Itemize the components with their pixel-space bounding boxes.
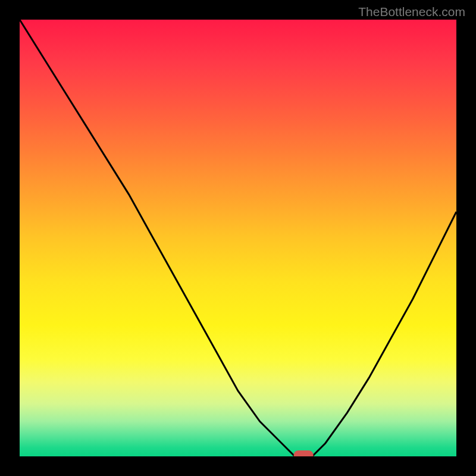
optimal-marker	[294, 450, 314, 456]
chart-plot-area	[20, 20, 456, 456]
bottleneck-curve-line	[20, 20, 456, 456]
watermark-text: TheBottleneck.com	[358, 5, 465, 19]
chart-svg	[20, 20, 456, 456]
